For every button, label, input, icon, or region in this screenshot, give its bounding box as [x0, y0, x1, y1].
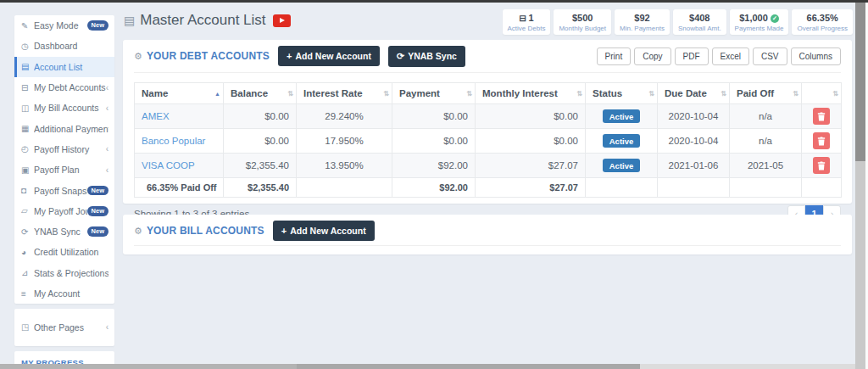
column-header-status[interactable]: Status⇅: [586, 83, 658, 104]
chart-line-icon: ⊿: [21, 268, 34, 277]
cell-due-date: 2021-01-06: [658, 154, 730, 178]
column-header-actions[interactable]: ⇅: [802, 83, 842, 104]
stat-label: Monthly Budget: [559, 25, 606, 32]
sort-icon: ⇅: [721, 90, 726, 98]
browser-top-strip: [0, 0, 868, 3]
stat-active-debts: ⊟1 Active Debts: [503, 9, 551, 35]
sort-icon: ⇅: [287, 90, 293, 98]
delete-account-button[interactable]: [813, 157, 830, 174]
sidebar-item-my-bill-accounts[interactable]: ◫ My Bill Accounts ‹: [14, 98, 114, 118]
cell-status: Active: [586, 154, 658, 178]
page-title: ▤ Master Account List: [124, 12, 291, 29]
footer-empty: [730, 178, 802, 198]
excel-button[interactable]: Excel: [712, 48, 749, 65]
stat-label: Snowball Amt.: [678, 25, 721, 32]
sidebar-item-my-debt-accounts[interactable]: ⊟ My Debt Accounts ‹: [14, 77, 114, 98]
delete-account-button[interactable]: [813, 108, 830, 125]
gear-icon[interactable]: ⚙: [134, 51, 142, 62]
sidebar-nav: ✎ Easy Mode New ◷ Dashboard ▤ Account Li…: [14, 15, 114, 304]
debt-section-title: YOUR DEBT ACCOUNTS: [147, 50, 270, 62]
sidebar-item-my-payoff-journey[interactable]: ▱ My Payoff Journey New: [14, 201, 114, 221]
status-badge: Active: [603, 159, 641, 172]
sort-icon: ⇅: [466, 90, 472, 98]
cell-due-date: 2020-10-04: [658, 129, 730, 154]
column-header-payment[interactable]: Payment⇅: [392, 83, 476, 104]
youtube-icon[interactable]: [273, 14, 291, 27]
sort-icon: ⇅: [383, 90, 389, 98]
delete-account-button[interactable]: [813, 132, 830, 149]
sidebar-item-additional-payments[interactable]: ▦ Additional Payments: [14, 118, 114, 138]
sidebar-item-payoff-history[interactable]: ◴ Payoff History ‹: [14, 139, 114, 159]
feather-icon: ✎: [21, 21, 34, 31]
chevron-left-icon: ‹: [106, 83, 108, 92]
cell-payment: $0.00: [392, 129, 476, 154]
stats-bar: ⊟1 Active Debts $500 Monthly Budget $92 …: [503, 9, 854, 35]
column-header-name[interactable]: Name▲: [135, 83, 224, 104]
print-button[interactable]: Print: [597, 48, 632, 65]
sidebar-item-dashboard[interactable]: ◷ Dashboard: [14, 36, 114, 56]
stat-value: $408: [678, 13, 721, 23]
pdf-button[interactable]: PDF: [675, 48, 709, 65]
list-icon: ▤: [124, 14, 135, 27]
add-new-account-button[interactable]: + Add New Account: [278, 46, 380, 66]
column-label: Monthly Interest: [482, 88, 558, 98]
horizontal-scrollbar-thumb[interactable]: [0, 364, 640, 369]
sidebar-item-my-account[interactable]: ≡ My Account: [14, 283, 114, 304]
stat-monthly-budget: $500 Monthly Budget: [554, 9, 611, 35]
sidebar-item-ynab-sync[interactable]: ⟳ YNAB Sync New: [14, 221, 114, 242]
sidebar-item-label: Additional Payments: [34, 124, 108, 134]
account-link[interactable]: VISA COOP: [142, 160, 195, 171]
sidebar-item-other-pages[interactable]: ◳ Other Pages ‹: [14, 317, 114, 338]
column-label: Balance: [231, 88, 268, 98]
cell-paid-off: n/a: [730, 129, 802, 154]
cell-interest-rate: 29.240%: [297, 104, 392, 129]
cell-name: Banco Popular: [135, 129, 224, 154]
sidebar-item-label: My Debt Accounts: [34, 82, 106, 92]
copy-button[interactable]: Copy: [634, 48, 670, 65]
column-header-interest-rate[interactable]: Interest Rate⇅: [297, 83, 392, 104]
csv-button[interactable]: CSV: [753, 48, 787, 65]
cell-actions: [802, 104, 842, 129]
stat-min-payments: $92 Min. Payments: [615, 9, 670, 35]
table-icon: ▤: [21, 62, 34, 71]
dashboard-icon: ◷: [21, 42, 34, 51]
column-header-due-date[interactable]: Due Date⇅: [658, 83, 730, 104]
pie-chart-icon: ◕: [21, 248, 34, 257]
cell-monthly-interest: $0.00: [476, 104, 586, 129]
stat-value: 66.35%: [797, 13, 848, 23]
cell-paid-off: n/a: [730, 104, 802, 129]
horizontal-scrollbar[interactable]: [0, 364, 855, 369]
gear-icon[interactable]: ⚙: [134, 226, 142, 237]
columns-button[interactable]: Columns: [791, 48, 841, 65]
sidebar-item-account-list[interactable]: ▤ Account List: [14, 57, 114, 77]
pages-icon: ◳: [21, 322, 34, 332]
account-link[interactable]: Banco Popular: [142, 136, 205, 146]
column-label: Name: [142, 88, 168, 98]
cell-monthly-interest: $0.00: [476, 129, 586, 154]
cell-actions: [802, 129, 842, 154]
column-header-balance[interactable]: Balance⇅: [224, 83, 297, 104]
sidebar-item-payoff-plan[interactable]: ▣ Payoff Plan ‹: [14, 159, 114, 180]
sidebar-item-payoff-snapshots[interactable]: ◘ Payoff Snapshots New: [14, 180, 114, 200]
debt-accounts-table: Name▲ Balance⇅ Interest Rate⇅ Payment⇅ M…: [134, 82, 842, 198]
sidebar-item-credit-utilization[interactable]: ◕ Credit Utilization: [14, 242, 114, 262]
add-new-bill-account-button[interactable]: + Add New Account: [273, 221, 375, 241]
chevron-left-icon: ‹: [106, 165, 108, 175]
stat-value: $1,000: [739, 13, 768, 23]
footer-payment-total: $92.00: [392, 178, 476, 198]
vertical-scrollbar-thumb[interactable]: [855, 3, 865, 161]
stat-value: $500: [559, 13, 606, 23]
ynab-sync-label: YNAB Sync: [408, 51, 457, 61]
column-header-monthly-interest[interactable]: Monthly Interest⇅: [476, 83, 586, 104]
account-link[interactable]: AMEX: [142, 111, 170, 121]
clock-icon: ◴: [21, 144, 34, 154]
sidebar-item-stats-projections[interactable]: ⊿ Stats & Projections: [14, 263, 114, 283]
status-badge: Active: [603, 109, 641, 123]
ynab-sync-button[interactable]: ⟳ YNAB Sync: [388, 46, 465, 67]
cell-name: VISA COOP: [135, 154, 224, 178]
sort-icon: ⇅: [576, 90, 582, 98]
column-header-paid-off[interactable]: Paid Off⇅: [730, 83, 802, 104]
sidebar-item-easy-mode[interactable]: ✎ Easy Mode New: [14, 15, 114, 36]
vertical-scrollbar[interactable]: [855, 3, 865, 369]
debt-accounts-panel: ⚙ YOUR DEBT ACCOUNTS + Add New Account ⟳…: [123, 40, 852, 204]
